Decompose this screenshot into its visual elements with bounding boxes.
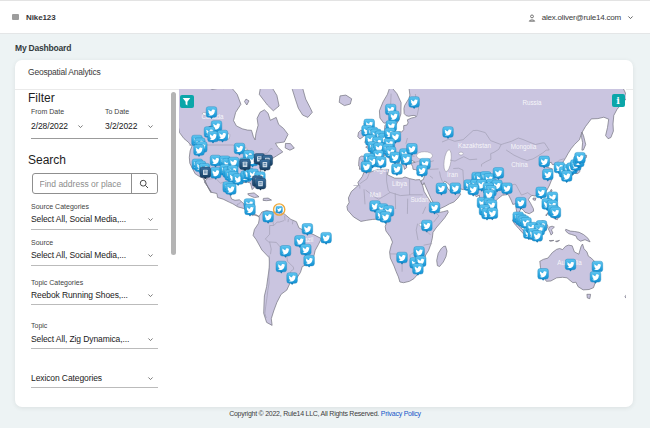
map-marker-twitter[interactable] [416, 165, 427, 177]
country-label-china: China [511, 161, 528, 168]
map-marker-twitter[interactable] [538, 156, 549, 168]
field-underline [31, 387, 158, 388]
map-marker-twitter[interactable] [401, 154, 412, 166]
map-marker-twitter[interactable] [206, 107, 217, 119]
geospatial-map[interactable]: CanadaRussiaKazakhstanMongoliaChinaIranS… [179, 89, 626, 398]
map-marker-twitter[interactable] [442, 127, 453, 139]
map-marker-twitter[interactable] [389, 152, 400, 164]
map-marker-twitter[interactable] [561, 171, 572, 183]
map-marker-twitter[interactable] [244, 204, 255, 216]
map-marker-twitter[interactable] [207, 131, 218, 143]
map-marker-twitter[interactable] [286, 273, 297, 285]
map-marker-dark[interactable] [239, 159, 250, 171]
to-date-select[interactable]: 3/2/2022 [105, 121, 137, 131]
field-chevron-icon[interactable] [147, 292, 154, 299]
map-marker-twitter[interactable] [436, 183, 447, 195]
to-date-chevron-icon[interactable] [147, 123, 154, 130]
map-marker-twitter[interactable] [193, 145, 204, 157]
filter-panel: Filter From Date To Date 2/28/2022 3/2/2… [15, 89, 178, 398]
map-marker-twitter[interactable] [421, 220, 432, 232]
country-label-iran: Iran [447, 171, 458, 178]
person-icon [528, 14, 536, 22]
privacy-policy-link[interactable]: Privacy Policy [381, 410, 421, 417]
map-marker-twitter[interactable] [302, 224, 313, 236]
map-marker-twitter[interactable] [210, 155, 221, 167]
map-marker-twitter[interactable] [542, 169, 553, 181]
from-date-chevron-icon[interactable] [77, 123, 84, 130]
map-marker-twitter[interactable] [550, 207, 561, 219]
field-label: Topic Categories [31, 279, 83, 286]
field-label: Source [31, 239, 53, 246]
map-marker-twitter[interactable] [535, 187, 546, 199]
country-label-russia: Russia [522, 99, 542, 106]
panel-divider [31, 138, 158, 139]
to-date-label: To Date [105, 108, 129, 115]
map-marker-twitter[interactable] [531, 231, 542, 243]
field-select-value[interactable]: Select All, Social Media,... [31, 214, 126, 224]
map-filter-button[interactable] [180, 95, 194, 108]
map-marker-twitter[interactable] [412, 264, 423, 276]
field-underline [31, 348, 158, 349]
map-marker-twitter[interactable] [210, 167, 221, 179]
hamburger-menu-icon[interactable] [12, 14, 19, 20]
country-label-mongolia: Mongolia [510, 143, 536, 151]
map-marker-twitter[interactable] [408, 97, 419, 109]
map-marker-twitter[interactable] [380, 212, 391, 224]
field-label: Topic [31, 322, 47, 329]
user-menu[interactable]: alex.oliver@rule14.com [528, 1, 634, 34]
map-marker-twitter[interactable] [262, 211, 273, 223]
map-marker-twitter[interactable] [276, 261, 287, 273]
country-label-kazakhstan: Kazakhstan [458, 142, 491, 149]
field-chevron-icon[interactable] [147, 375, 154, 382]
map-marker-twitter[interactable] [487, 208, 498, 220]
map-marker-twitter[interactable] [361, 161, 372, 173]
map-marker-twitter[interactable] [303, 255, 314, 267]
field-select-value[interactable]: Select All, Social Media,... [31, 250, 126, 260]
chevron-down-icon [627, 14, 634, 21]
field-chevron-icon[interactable] [147, 252, 154, 259]
map-marker-twitter[interactable] [217, 130, 228, 142]
search-button[interactable] [131, 174, 157, 193]
geospatial-analytics-card: Geospatial Analytics Filter From Date To… [15, 60, 633, 407]
map-marker-twitter[interactable] [280, 246, 291, 258]
map-marker-twitter[interactable] [493, 168, 504, 180]
map-marker-twitter[interactable] [429, 202, 440, 214]
map-marker-twitter[interactable] [590, 272, 601, 284]
map-marker-dark[interactable] [255, 178, 266, 190]
field-select-value[interactable]: Lexicon Categories [31, 373, 102, 383]
field-underline [31, 304, 158, 305]
map-marker-dark[interactable] [200, 167, 211, 179]
country-label-libya: Libya [391, 180, 407, 188]
field-underline [31, 265, 158, 266]
panel-scrollbar[interactable] [171, 92, 176, 255]
field-chevron-icon[interactable] [147, 336, 154, 343]
card-title: Geospatial Analytics [28, 67, 101, 77]
map-marker-dark[interactable] [259, 159, 270, 171]
search-input[interactable] [33, 174, 131, 193]
map-marker-twitter[interactable] [375, 157, 386, 169]
map-marker-twitter[interactable] [501, 183, 512, 195]
filter-funnel-icon [182, 97, 191, 106]
map-marker-twitter[interactable] [467, 184, 478, 196]
map-marker-twitter[interactable] [320, 232, 331, 244]
map-info-button[interactable]: i [612, 94, 625, 107]
filter-heading: Filter [28, 91, 55, 105]
from-date-select[interactable]: 2/28/2022 [31, 121, 68, 131]
field-select-value[interactable]: Select All, Zig Dynamica,... [31, 334, 129, 344]
map-marker-twitter[interactable] [300, 244, 311, 256]
map-marker-twitter[interactable] [450, 183, 461, 195]
world-map: CanadaRussiaKazakhstanMongoliaChinaIranS… [179, 89, 626, 398]
field-underline [31, 229, 158, 230]
map-marker-twitter[interactable] [396, 252, 407, 264]
map-marker-twitter[interactable] [515, 197, 526, 209]
map-marker-twitter[interactable] [391, 164, 402, 176]
search-icon [139, 179, 149, 189]
field-select-value[interactable]: Reebok Running Shoes,... [31, 290, 128, 300]
field-chevron-icon[interactable] [147, 216, 154, 223]
map-marker-twitter[interactable] [565, 259, 576, 271]
user-email: alex.oliver@rule14.com [542, 13, 621, 22]
map-marker-twitter[interactable] [225, 184, 236, 196]
map-marker-twitter[interactable] [574, 152, 585, 164]
country-label-sudan: Sudan [410, 196, 429, 203]
map-marker-twitter[interactable] [537, 269, 548, 281]
